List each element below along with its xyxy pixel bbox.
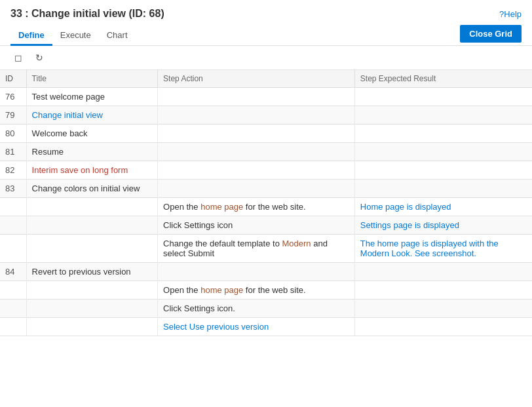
table-header: ID Title Step Action Step Expected Resul… <box>0 70 532 88</box>
cell-action <box>158 125 355 143</box>
cell-title: Interim save on long form <box>26 161 157 180</box>
cell-expected: The home page is displayed with the Mode… <box>354 235 532 263</box>
table-row[interactable]: 83Change colors on initial view <box>0 180 532 198</box>
cell-expected <box>354 263 532 281</box>
table-row[interactable]: Change the default template to Modern an… <box>0 235 532 263</box>
cell-action: Select Use previous version <box>158 318 355 336</box>
cell-expected <box>354 300 532 318</box>
table-row[interactable]: Click Settings iconSettings page is disp… <box>0 216 532 235</box>
cell-title: Welcome back <box>26 125 157 143</box>
table-body: 76Test welcome page79Change initial view… <box>0 88 532 336</box>
cell-expected <box>354 106 532 125</box>
tab-bar: DefineExecuteChart <box>10 26 136 45</box>
cell-action <box>158 263 355 281</box>
cell-id: 82 <box>0 161 26 180</box>
refresh-icon: ↻ <box>35 52 43 63</box>
cell-id <box>0 281 26 300</box>
cell-expected: Settings page is displayed <box>354 216 532 235</box>
cell-expected: Home page is displayed <box>354 198 532 216</box>
refresh-button[interactable]: ↻ <box>31 50 47 66</box>
table-row[interactable]: 81Resume <box>0 143 532 161</box>
tab-execute[interactable]: Execute <box>52 26 99 46</box>
cell-title <box>26 300 157 318</box>
tab-define[interactable]: Define <box>10 26 52 46</box>
cell-id: 81 <box>0 143 26 161</box>
col-header-action: Step Action <box>158 70 355 88</box>
cell-action <box>158 180 355 198</box>
cell-title <box>26 216 157 235</box>
cell-expected <box>354 180 532 198</box>
cell-action: Click Settings icon. <box>158 300 355 318</box>
cell-id: 80 <box>0 125 26 143</box>
cell-id <box>0 198 26 216</box>
cell-expected <box>354 143 532 161</box>
table-row[interactable]: 84Revert to previous version <box>0 263 532 281</box>
table-row[interactable]: 82Interim save on long form <box>0 161 532 180</box>
cell-action <box>158 88 355 106</box>
cell-id: 76 <box>0 88 26 106</box>
cell-action: Open the home page for the web site. <box>158 281 355 300</box>
cell-title <box>26 281 157 300</box>
cell-expected <box>354 161 532 180</box>
cell-title <box>26 198 157 216</box>
tab-chart[interactable]: Chart <box>99 26 136 46</box>
cell-expected <box>354 281 532 300</box>
cell-expected <box>354 125 532 143</box>
table-row[interactable]: 76Test welcome page <box>0 88 532 106</box>
cell-expected <box>354 318 532 336</box>
cell-title <box>26 235 157 263</box>
cell-id: 84 <box>0 263 26 281</box>
col-header-expected: Step Expected Result <box>354 70 532 88</box>
table-row[interactable]: Select Use previous version <box>0 318 532 336</box>
cell-id: 79 <box>0 106 26 125</box>
cell-title: Change colors on initial view <box>26 180 157 198</box>
cell-id <box>0 235 26 263</box>
table-row[interactable]: 79Change initial view <box>0 106 532 125</box>
data-grid: ID Title Step Action Step Expected Resul… <box>0 70 532 336</box>
page-title: 33 : Change initial view (ID: 68) <box>10 8 164 20</box>
help-link[interactable]: ?Help <box>499 9 522 19</box>
col-header-id: ID <box>0 70 26 88</box>
filter-icon: ◻ <box>14 52 22 63</box>
filter-button[interactable]: ◻ <box>10 50 26 66</box>
cell-id <box>0 300 26 318</box>
cell-id <box>0 216 26 235</box>
cell-action <box>158 106 355 125</box>
col-header-title: Title <box>26 70 157 88</box>
cell-action <box>158 143 355 161</box>
cell-action: Open the home page for the web site. <box>158 198 355 216</box>
table-row[interactable]: Open the home page for the web site.Home… <box>0 198 532 216</box>
cell-title <box>26 318 157 336</box>
cell-title: Revert to previous version <box>26 263 157 281</box>
toolbar: ◻ ↻ <box>0 46 532 70</box>
cell-title: Resume <box>26 143 157 161</box>
table-row[interactable]: Click Settings icon. <box>0 300 532 318</box>
cell-action: Change the default template to Modern an… <box>158 235 355 263</box>
cell-expected <box>354 88 532 106</box>
cell-action <box>158 161 355 180</box>
close-grid-button[interactable]: Close Grid <box>460 25 522 43</box>
table-row[interactable]: Open the home page for the web site. <box>0 281 532 300</box>
cell-id: 83 <box>0 180 26 198</box>
table-row[interactable]: 80Welcome back <box>0 125 532 143</box>
cell-id <box>0 318 26 336</box>
cell-title: Change initial view <box>26 106 157 125</box>
cell-title: Test welcome page <box>26 88 157 106</box>
cell-action: Click Settings icon <box>158 216 355 235</box>
